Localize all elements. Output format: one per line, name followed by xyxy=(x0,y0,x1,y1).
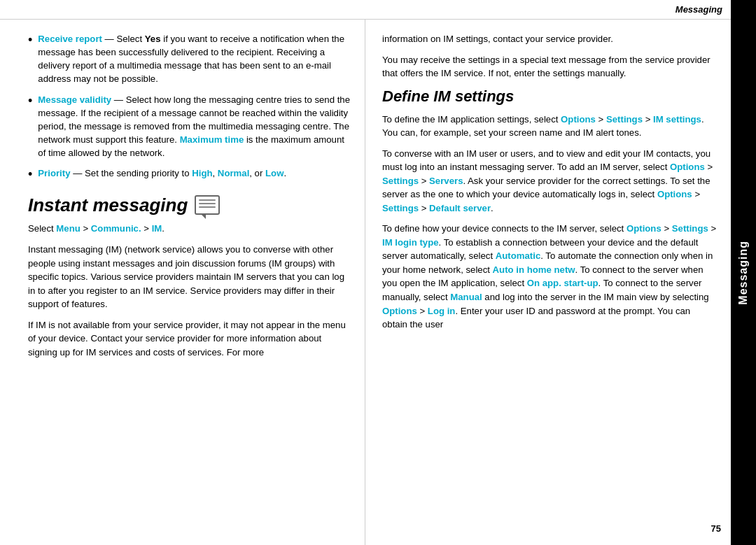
page-number: 75 xyxy=(711,523,721,534)
dp2-opt1: Options xyxy=(670,162,705,172)
dp3-opt6: On app. start-up xyxy=(527,278,598,288)
connector-1: — Select xyxy=(102,34,145,44)
dp2-opt5: Settings xyxy=(382,203,419,213)
dp1-pre: To define the IM application settings, s… xyxy=(382,114,561,125)
define-para-2: To converse with an IM user or users, an… xyxy=(382,147,717,215)
left-para-1: Instant messaging (IM) (network service)… xyxy=(28,243,351,311)
vertical-tab-label: Messaging xyxy=(737,241,750,305)
messaging-icon-inner xyxy=(199,199,216,208)
define-para-3: To define how your device connects to th… xyxy=(382,222,717,331)
dp3-sep3: > xyxy=(417,306,428,316)
select-text: Select xyxy=(28,223,56,234)
dp1-opt1: Options xyxy=(561,114,596,125)
dp2-opt6: Default server xyxy=(429,203,491,213)
bullet-dot: • xyxy=(28,167,32,183)
instant-messaging-title: Instant messaging xyxy=(28,195,188,215)
dp3-pre: To define how your device connects to th… xyxy=(382,223,626,234)
vertical-tab: Messaging xyxy=(731,0,756,545)
dp2-opt2: Settings xyxy=(382,176,419,186)
select-menu-menu: Menu xyxy=(56,223,80,234)
dp2-sep2: > xyxy=(419,176,429,186)
right-intro: information on IM settings, contact your… xyxy=(382,32,717,46)
dp3-opt2: Settings xyxy=(672,223,708,234)
list-item: • Message validity — Select how long the… xyxy=(28,93,351,160)
main-content: • Receive report — Select Yes if you wan… xyxy=(0,20,731,545)
dp3-sep1: > xyxy=(662,223,672,234)
page: Messaging Messaging • Receive report — S… xyxy=(0,0,756,545)
select-menu-communic: Communic. xyxy=(91,223,141,234)
connector-3: — Set the sending priority to xyxy=(70,168,192,178)
bullet-list: • Receive report — Select Yes if you wan… xyxy=(28,32,351,183)
right-para2: You may receive the settings in a specia… xyxy=(382,53,717,80)
dp2-sep3: > xyxy=(692,189,700,199)
comma2: , or xyxy=(249,168,265,178)
dp2-sep4: > xyxy=(419,203,429,213)
define-im-heading: Define IM settings xyxy=(382,87,717,106)
list-item: • Receive report — Select Yes if you wan… xyxy=(28,32,351,86)
term-receive-report: Receive report xyxy=(38,34,102,44)
term-message-validity: Message validity xyxy=(38,94,111,105)
left-column: • Receive report — Select Yes if you wan… xyxy=(0,20,365,545)
bullet-content: Message validity — Select how long the m… xyxy=(38,93,351,160)
highlight-high: High xyxy=(192,168,212,178)
period: . xyxy=(284,168,286,178)
highlight-low: Low xyxy=(265,168,284,178)
dp3-opt1: Options xyxy=(626,223,662,234)
dp2-opt4: Options xyxy=(657,189,692,199)
highlight-yes: Yes xyxy=(145,34,161,44)
dp3-mid5: and log into the server in the IM main v… xyxy=(482,292,709,302)
messaging-icon xyxy=(195,195,220,215)
define-para-1: To define the IM application settings, s… xyxy=(382,113,717,140)
list-item: • Priority — Set the sending priority to… xyxy=(28,167,351,183)
dp3-opt7: Manual xyxy=(450,292,482,302)
bullet-dot: • xyxy=(28,33,32,48)
comma1: , xyxy=(213,168,218,178)
dp2-sep1: > xyxy=(705,162,713,172)
left-para-2: If IM is not available from your service… xyxy=(28,318,351,360)
right-column: information on IM settings, contact your… xyxy=(365,20,731,545)
select-menu-line: Select Menu > Communic. > IM. xyxy=(28,222,351,236)
dp3-opt9: Log in xyxy=(428,306,456,316)
dp2-period: . xyxy=(491,203,493,213)
select-menu-im: IM xyxy=(152,223,162,234)
select-period: . xyxy=(162,223,164,234)
dp1-sep1: > xyxy=(596,114,606,125)
dp3-opt3: IM login type xyxy=(382,237,439,248)
dp2-opt3: Servers xyxy=(429,176,463,186)
dp3-opt5: Auto in home netw xyxy=(493,264,575,275)
bullet-dot: • xyxy=(28,94,32,109)
dp1-opt2: Settings xyxy=(606,114,643,125)
highlight-normal: Normal xyxy=(218,168,249,178)
header-title: Messaging xyxy=(676,4,722,15)
bullet-content: Receive report — Select Yes if you want … xyxy=(38,32,351,86)
dp1-sep2: > xyxy=(643,114,653,125)
dp3-opt4: Automatic xyxy=(496,250,540,261)
term-priority: Priority xyxy=(38,168,70,178)
select-sep2: > xyxy=(141,223,152,234)
dp3-sep2: > xyxy=(708,223,716,234)
highlight-max-time: Maximum time xyxy=(180,134,244,145)
dp3-opt8: Options xyxy=(382,306,417,316)
dp1-opt3: IM settings xyxy=(653,114,701,125)
select-sep1: > xyxy=(80,223,91,234)
icon-line xyxy=(199,206,216,208)
dp2-pre: To converse with an IM user or users, an… xyxy=(382,148,710,173)
icon-line xyxy=(199,203,216,204)
icon-line xyxy=(199,199,216,201)
instant-messaging-heading: Instant messaging xyxy=(28,195,351,215)
header: Messaging xyxy=(0,0,731,20)
bullet-content: Priority — Set the sending priority to H… xyxy=(38,167,351,180)
